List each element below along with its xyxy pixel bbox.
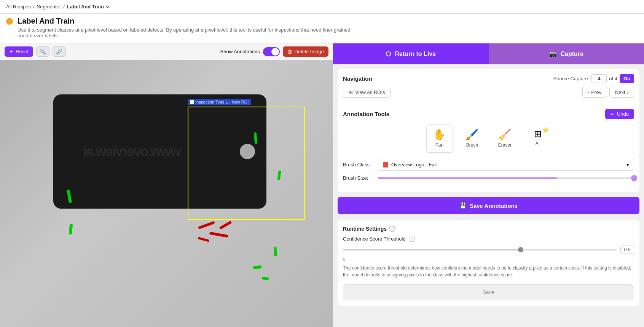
confidence-slider[interactable] bbox=[343, 249, 617, 250]
breadcrumb-all-recipes[interactable]: All Recipes bbox=[6, 4, 31, 10]
confidence-min-max: 0 bbox=[343, 257, 634, 262]
pan-tool[interactable]: ✋ Pan bbox=[426, 124, 453, 153]
pan-icon: ✋ bbox=[433, 129, 446, 140]
confidence-slider-fill bbox=[343, 249, 521, 250]
green-stroke-5 bbox=[274, 247, 277, 256]
brush-size-label: Brush Size: bbox=[343, 175, 373, 181]
green-stroke-6 bbox=[253, 265, 262, 269]
eraser-label: Eraser bbox=[498, 142, 512, 148]
undo-button[interactable]: ↩ Undo bbox=[605, 109, 634, 119]
breadcrumb-sep1: / bbox=[33, 4, 35, 10]
ai-label: AI bbox=[536, 141, 540, 146]
view-all-rois-label: View All ROIs bbox=[355, 89, 385, 95]
brush-class-value: Overview Logo - Fail bbox=[391, 162, 437, 167]
zoom-out-button[interactable]: 🔍 bbox=[53, 46, 66, 57]
roi-box[interactable]: Inspection Type 1 - New ROI bbox=[188, 107, 305, 220]
breadcrumb-current[interactable]: Label And Train bbox=[67, 4, 110, 10]
save-annotations-button[interactable]: 💾 Save Annotations bbox=[338, 197, 639, 214]
delete-icon: 🗑 bbox=[287, 49, 292, 54]
page-title: Label And Train bbox=[18, 17, 360, 26]
confidence-slider-thumb[interactable] bbox=[518, 247, 523, 252]
zoom-in-button[interactable]: 🔍 bbox=[36, 46, 49, 57]
reset-icon: ✦ bbox=[9, 49, 13, 54]
view-all-rois-icon: ⊞ bbox=[349, 89, 353, 95]
next-button[interactable]: Next › bbox=[609, 87, 634, 98]
next-label: Next bbox=[615, 89, 625, 95]
save-bottom-button[interactable]: Save bbox=[343, 284, 634, 300]
prev-button[interactable]: ‹ Prev bbox=[582, 87, 607, 98]
runtime-settings-label: Runtime Settings bbox=[343, 226, 387, 232]
runtime-settings-card: Runtime Settings i Confidence Score Thre… bbox=[338, 220, 639, 306]
navigation-section-row: Navigation Source Capture: of 4 Go bbox=[343, 74, 634, 83]
roi-label-text: Inspection Type 1 - New ROI bbox=[195, 100, 249, 104]
right-panel: ⬡ Return to Live 📷 Capture Navigation So… bbox=[333, 43, 644, 327]
red-stroke-3 bbox=[219, 221, 232, 230]
brush-class-dropdown-icon: ▾ bbox=[626, 162, 629, 167]
source-capture-area: Source Capture: of 4 Go bbox=[553, 74, 634, 83]
save-annotations-label: Save Annotations bbox=[470, 203, 518, 209]
tag-image: www.overview.ai bbox=[0, 60, 333, 327]
eraser-tool[interactable]: 🧹 Eraser bbox=[492, 124, 518, 153]
right-content-card: Navigation Source Capture: of 4 Go ⊞ Vie… bbox=[338, 69, 639, 192]
delete-image-label: Delete Image bbox=[295, 49, 324, 54]
breadcrumb-segmenter[interactable]: Segmenter bbox=[37, 4, 61, 10]
pan-label: Pan bbox=[435, 142, 443, 148]
confidence-min: 0 bbox=[343, 257, 345, 262]
roi-checkbox[interactable] bbox=[190, 100, 194, 104]
image-container[interactable]: www.overview.ai bbox=[0, 60, 333, 327]
runtime-info-icon[interactable]: i bbox=[389, 226, 395, 232]
roi-label: Inspection Type 1 - New ROI bbox=[188, 99, 251, 105]
prev-label: Prev bbox=[591, 89, 601, 95]
source-capture-label: Source Capture: bbox=[553, 76, 590, 81]
reset-button[interactable]: ✦ Reset bbox=[5, 46, 33, 57]
image-toolbar: ✦ Reset 🔍 🔍 Show Annotations 🗑 Delete Im… bbox=[0, 43, 333, 60]
red-stroke-4 bbox=[198, 237, 210, 242]
tools-row: ✋ Pan 🖌️ Brush 🧹 Eraser bbox=[343, 124, 634, 153]
brush-icon: 🖌️ bbox=[465, 129, 479, 140]
brush-class-color-dot bbox=[383, 162, 388, 167]
show-annotations-label: Show Annotations bbox=[220, 49, 260, 54]
return-to-live-button[interactable]: ⬡ Return to Live bbox=[333, 43, 489, 64]
tag-text: www.overview.ai bbox=[84, 144, 181, 160]
ai-star-badge: ⭐ bbox=[542, 127, 549, 133]
green-stroke-7 bbox=[262, 277, 269, 280]
brush-class-select[interactable]: Overview Logo - Fail ▾ bbox=[378, 159, 634, 171]
brush-size-row: Brush Size: bbox=[343, 175, 634, 181]
undo-icon: ↩ bbox=[611, 111, 615, 117]
breadcrumb: All Recipes / Segmenter / Label And Trai… bbox=[0, 0, 644, 14]
view-all-rois-button[interactable]: ⊞ View All ROIs bbox=[343, 87, 391, 98]
capture-button[interactable]: 📷 Capture bbox=[489, 43, 644, 64]
brush-tool[interactable]: 🖌️ Brush bbox=[459, 124, 486, 153]
brush-class-label: Brush Class: bbox=[343, 162, 373, 167]
capture-label: Capture bbox=[561, 51, 583, 57]
annotation-tools-header: Annotation Tools ↩ Undo bbox=[343, 109, 634, 119]
divider-1 bbox=[343, 104, 634, 104]
brush-tool-wrapper: 🖌️ Brush bbox=[459, 124, 486, 153]
source-capture-input[interactable] bbox=[591, 74, 607, 83]
confidence-checkbox[interactable] bbox=[409, 236, 415, 242]
delete-image-button[interactable]: 🗑 Delete Image bbox=[283, 46, 328, 57]
confidence-score-label: Confidence Score Threshold bbox=[343, 236, 406, 242]
show-annotations-toggle[interactable] bbox=[263, 47, 280, 56]
confidence-slider-row: 0.5 bbox=[343, 246, 634, 254]
pan-tool-wrapper: ✋ Pan bbox=[426, 124, 453, 153]
eraser-icon: 🧹 bbox=[498, 129, 512, 140]
brush-class-row: Brush Class: Overview Logo - Fail ▾ bbox=[343, 159, 634, 171]
brush-size-fill bbox=[378, 177, 557, 179]
brush-label: Brush bbox=[466, 142, 478, 148]
return-to-live-label: Return to Live bbox=[395, 51, 436, 57]
save-annotations-icon: 💾 bbox=[459, 202, 467, 209]
runtime-settings-header: Runtime Settings i bbox=[343, 226, 634, 232]
confidence-desc: The confidence score threshold determine… bbox=[343, 265, 634, 278]
red-stroke-1 bbox=[198, 221, 215, 230]
capture-icon: 📷 bbox=[549, 50, 557, 57]
show-annotations-area: Show Annotations bbox=[220, 47, 280, 56]
go-button[interactable]: Go bbox=[620, 74, 634, 83]
main-layout: ✦ Reset 🔍 🔍 Show Annotations 🗑 Delete Im… bbox=[0, 43, 644, 327]
source-capture-of: of 4 bbox=[609, 76, 617, 81]
confidence-row: Confidence Score Threshold bbox=[343, 236, 634, 242]
undo-label: Undo bbox=[617, 111, 629, 117]
brush-size-slider[interactable] bbox=[378, 177, 634, 179]
brush-size-thumb[interactable] bbox=[631, 175, 637, 181]
reset-label: Reset bbox=[16, 49, 29, 54]
